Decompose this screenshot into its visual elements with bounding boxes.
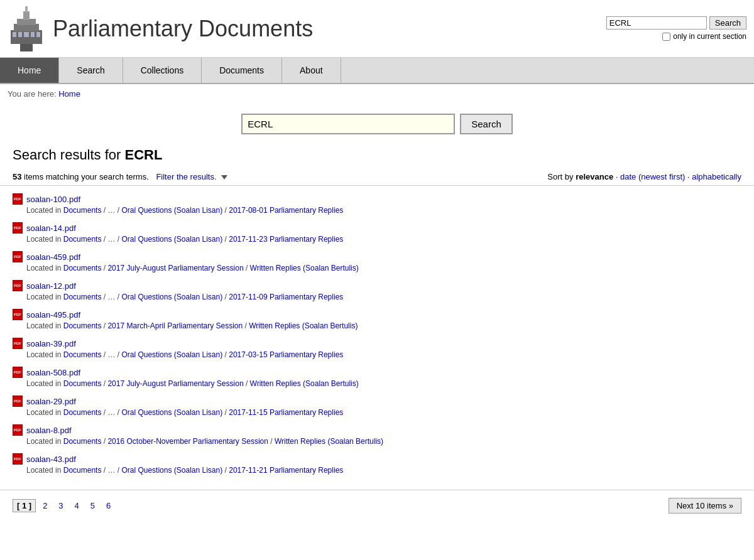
header: Parliamentary Documents Search only in c…: [0, 0, 754, 58]
result-loc-link-7-0[interactable]: Documents: [63, 408, 102, 417]
filter-results-link[interactable]: Filter the results.: [156, 172, 216, 181]
result-title-row-3: PDFsoalan-12.pdf: [13, 280, 741, 291]
result-loc-link-7-4[interactable]: 2017-11-15 Parliamentary Replies: [229, 408, 343, 417]
result-loc-link-9-0[interactable]: Documents: [63, 466, 102, 475]
result-title-link-3[interactable]: soalan-12.pdf: [26, 281, 76, 291]
top-search-button[interactable]: Search: [709, 16, 746, 30]
result-loc-link-2-4[interactable]: Written Replies (Soalan Bertulis): [250, 264, 359, 272]
result-loc-link-8-2[interactable]: 2016 October-November Parliamentary Sess…: [107, 437, 268, 446]
result-loc-link-6-2[interactable]: 2017 July-August Parliamentary Session: [107, 379, 243, 388]
sort-alpha-link[interactable]: alphabetically: [692, 172, 741, 181]
result-title-row-9: PDFsoalan-43.pdf: [13, 453, 741, 465]
result-loc-link-4-2[interactable]: 2017 March-April Parliamentary Session: [107, 321, 243, 330]
result-location-prefix-2: Located in: [26, 264, 63, 272]
page-6-link[interactable]: 6: [102, 499, 115, 512]
result-loc-sep-7-3: /: [222, 408, 229, 417]
result-loc-link-2-2[interactable]: 2017 July-August Parliamentary Session: [107, 264, 243, 272]
result-loc-link-3-4[interactable]: 2017-11-09 Parliamentary Replies: [229, 293, 343, 301]
svg-rect-9: [31, 32, 35, 37]
result-loc-sep-9-3: /: [222, 466, 229, 475]
result-location-9: Located in Documents / … / Oral Question…: [26, 466, 741, 475]
page-5-link[interactable]: 5: [86, 499, 99, 512]
pdf-icon-2: PDF: [13, 251, 23, 262]
nav-item-home[interactable]: Home: [0, 58, 59, 83]
result-item-7: PDFsoalan-29.pdfLocated in Documents / ……: [13, 396, 741, 417]
result-loc-link-3-0[interactable]: Documents: [63, 293, 102, 301]
svg-rect-0: [20, 43, 33, 51]
page-numbers: [ 1 ] 2 3 4 5 6: [13, 499, 115, 512]
page-3-link[interactable]: 3: [54, 499, 67, 512]
result-loc-sep-6-1: /: [101, 379, 107, 388]
result-loc-sep-8-3: /: [268, 437, 275, 446]
main-search-input[interactable]: [241, 114, 455, 134]
nav-item-collections[interactable]: Collections: [123, 58, 202, 83]
result-loc-link-8-0[interactable]: Documents: [63, 437, 102, 446]
svg-rect-4: [23, 11, 30, 20]
result-loc-link-0-0[interactable]: Documents: [63, 206, 102, 215]
result-title-link-9[interactable]: soalan-43.pdf: [26, 455, 76, 464]
result-location-1: Located in Documents / … / Oral Question…: [26, 235, 741, 244]
top-search-row: Search: [606, 16, 746, 30]
result-loc-link-9-2[interactable]: Oral Questions (Soalan Lisan): [121, 466, 222, 475]
only-current-section-checkbox[interactable]: [662, 33, 670, 41]
result-loc-link-1-4[interactable]: 2017-11-23 Parliamentary Replies: [229, 235, 343, 244]
result-location-0: Located in Documents / … / Oral Question…: [26, 206, 741, 215]
result-loc-link-4-0[interactable]: Documents: [63, 321, 102, 330]
result-loc-link-0-2[interactable]: Oral Questions (Soalan Lisan): [121, 206, 222, 215]
result-title-link-2[interactable]: soalan-459.pdf: [26, 252, 80, 262]
result-loc-link-5-0[interactable]: Documents: [63, 350, 102, 359]
results-info-bar: 53 items matching your search terms. Fil…: [0, 168, 754, 186]
parliament-logo: [8, 5, 45, 52]
result-loc-sep-7-1: / … /: [101, 408, 121, 417]
result-loc-link-9-4[interactable]: 2017-11-21 Parliamentary Replies: [229, 466, 343, 475]
result-location-prefix-6: Located in: [26, 379, 63, 388]
breadcrumb-home[interactable]: Home: [58, 89, 80, 99]
result-title-link-6[interactable]: soalan-508.pdf: [26, 368, 80, 377]
page-4-link[interactable]: 4: [70, 499, 84, 512]
page-current: [ 1 ]: [13, 499, 36, 512]
top-search-input[interactable]: [606, 16, 707, 30]
pdf-icon-6: PDF: [13, 367, 23, 378]
result-loc-sep-0-3: /: [222, 206, 229, 215]
result-location-7: Located in Documents / … / Oral Question…: [26, 408, 741, 417]
result-title-link-7[interactable]: soalan-29.pdf: [26, 397, 76, 406]
result-loc-sep-4-1: /: [101, 321, 107, 330]
header-right: Search only in current section: [606, 16, 746, 41]
result-loc-link-5-2[interactable]: Oral Questions (Soalan Lisan): [121, 350, 222, 359]
result-title-link-8[interactable]: soalan-8.pdf: [26, 426, 72, 435]
result-loc-sep-5-3: /: [222, 350, 229, 359]
sort-label: Sort by: [547, 172, 573, 181]
result-item-3: PDFsoalan-12.pdfLocated in Documents / ……: [13, 280, 741, 301]
result-loc-link-8-4[interactable]: Written Replies (Soalan Bertulis): [275, 437, 383, 446]
result-loc-link-4-4[interactable]: Written Replies (Soalan Bertulis): [249, 321, 358, 330]
result-loc-link-3-2[interactable]: Oral Questions (Soalan Lisan): [121, 293, 222, 301]
result-loc-link-7-2[interactable]: Oral Questions (Soalan Lisan): [121, 408, 222, 417]
result-loc-sep-3-1: / … /: [101, 293, 121, 301]
nav-item-about[interactable]: About: [282, 58, 341, 83]
main-search-button[interactable]: Search: [460, 114, 513, 134]
result-item-6: PDFsoalan-508.pdfLocated in Documents / …: [13, 367, 741, 388]
result-loc-link-5-4[interactable]: 2017-03-15 Parliamentary Replies: [229, 350, 343, 359]
result-loc-link-2-0[interactable]: Documents: [63, 264, 102, 272]
nav-item-search[interactable]: Search: [59, 58, 123, 83]
sort-date-link[interactable]: date (newest first): [620, 172, 685, 181]
result-location-3: Located in Documents / … / Oral Question…: [26, 293, 741, 301]
result-loc-link-6-0[interactable]: Documents: [63, 379, 102, 388]
result-loc-link-6-4[interactable]: Written Replies (Soalan Bertulis): [250, 379, 359, 388]
page-2-link[interactable]: 2: [38, 499, 52, 512]
results-query: ECRL: [125, 147, 163, 163]
result-loc-sep-1-3: /: [222, 235, 229, 244]
result-title-link-1[interactable]: soalan-14.pdf: [26, 223, 76, 233]
nav-item-documents[interactable]: Documents: [202, 58, 282, 83]
result-title-link-0[interactable]: soalan-100.pdf: [26, 195, 80, 204]
result-location-prefix-8: Located in: [26, 437, 63, 446]
result-loc-link-0-4[interactable]: 2017-08-01 Parliamentary Replies: [229, 206, 343, 215]
header-left: Parliamentary Documents: [8, 5, 313, 52]
result-title-link-5[interactable]: soalan-39.pdf: [26, 339, 76, 348]
next-items-button[interactable]: Next 10 items »: [669, 498, 741, 514]
result-loc-link-1-0[interactable]: Documents: [63, 235, 102, 244]
pdf-icon-1: PDF: [13, 222, 23, 234]
result-loc-link-1-2[interactable]: Oral Questions (Soalan Lisan): [121, 235, 222, 244]
result-title-link-4[interactable]: soalan-495.pdf: [26, 310, 80, 320]
result-loc-sep-8-1: /: [101, 437, 107, 446]
